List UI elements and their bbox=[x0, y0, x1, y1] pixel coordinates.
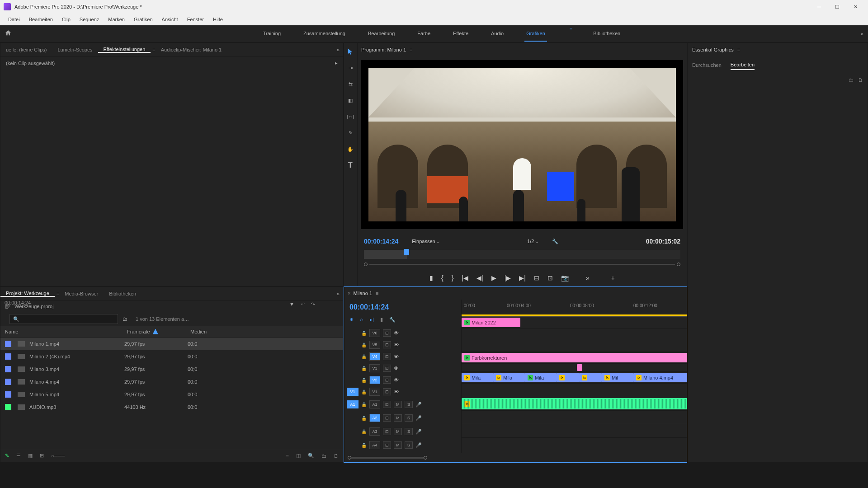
program-timecode-left[interactable]: 00:00:14:24 bbox=[364, 238, 398, 245]
eg-menu-icon[interactable]: ≡ bbox=[737, 47, 740, 52]
eg-new-layer-icon[interactable]: 🗋 bbox=[858, 77, 863, 83]
lock-icon[interactable]: 🔒 bbox=[361, 443, 367, 448]
add-marker-icon[interactable]: ▮ bbox=[429, 274, 433, 282]
toggle-output-icon[interactable]: 👁 bbox=[394, 366, 399, 371]
tab-effect-controls[interactable]: Effekteinstellungen bbox=[98, 47, 151, 53]
timeline-sequence-name[interactable]: Milano 1 bbox=[353, 291, 372, 296]
eg-tab-edit[interactable]: Bearbeiten bbox=[731, 62, 755, 70]
go-to-out-icon[interactable]: ▶| bbox=[519, 274, 526, 282]
linked-selection-icon[interactable]: ∩ bbox=[360, 317, 363, 323]
track-target[interactable]: A2 bbox=[369, 414, 380, 422]
lane-v1[interactable]: fxMila fxMila fxMila fx fx fxMil fxMilan… bbox=[462, 372, 687, 384]
track-target[interactable]: A3 bbox=[369, 427, 380, 436]
new-item-icon[interactable]: 🗋 bbox=[334, 453, 339, 459]
clip-title[interactable]: fxMilan 2022 bbox=[462, 318, 520, 327]
razor-tool-icon[interactable]: ◧ bbox=[345, 95, 355, 105]
timeline-ruler[interactable]: :00:00 00:00:04:00 00:00:08:00 00:00:12:… bbox=[462, 300, 687, 317]
track-target[interactable]: V6 bbox=[369, 329, 380, 337]
lock-icon[interactable]: 🔒 bbox=[361, 366, 367, 371]
label-swatch[interactable] bbox=[5, 353, 11, 360]
voice-over-icon[interactable]: 🎤 bbox=[415, 402, 422, 408]
tab-project[interactable]: Projekt: Werkzeuge bbox=[0, 291, 55, 297]
tab-source[interactable]: uelle: (keine Clips) bbox=[0, 47, 52, 52]
maximize-button[interactable]: ☐ bbox=[828, 0, 846, 14]
label-swatch[interactable] bbox=[5, 379, 11, 385]
file-row[interactable]: Milano 5.mp4 29,97 fps 00:0 bbox=[0, 388, 343, 401]
step-forward-icon[interactable]: |▶ bbox=[505, 274, 511, 282]
timeline-zoom-bar[interactable] bbox=[344, 453, 687, 462]
workspace-menu-icon[interactable]: ≡ bbox=[570, 26, 572, 42]
mark-out-icon[interactable]: } bbox=[452, 274, 454, 282]
step-back-icon[interactable]: ↶ bbox=[301, 301, 305, 307]
col-name[interactable]: Name bbox=[5, 329, 127, 334]
step-back-icon[interactable]: ◀| bbox=[476, 274, 483, 282]
file-row[interactable]: Milano 2 (4K).mp4 29,97 fps 00:0 bbox=[0, 350, 343, 363]
lock-icon[interactable]: 🔒 bbox=[361, 416, 367, 421]
quality-dropdown[interactable]: 1/2 ⌵ bbox=[527, 239, 538, 244]
freeform-view-icon[interactable]: ⊞ bbox=[40, 453, 44, 459]
col-media[interactable]: Medien bbox=[190, 329, 339, 334]
toggle-output-icon[interactable]: 👁 bbox=[394, 354, 399, 359]
label-swatch[interactable] bbox=[5, 391, 11, 398]
eg-folder-icon[interactable]: 🗀 bbox=[849, 77, 854, 83]
lane-a4[interactable] bbox=[462, 424, 687, 438]
voice-over-icon[interactable]: 🎤 bbox=[415, 442, 422, 448]
menu-hilfe[interactable]: Hilfe bbox=[208, 17, 227, 22]
lane-v5[interactable] bbox=[462, 328, 687, 340]
menu-fenster[interactable]: Fenster bbox=[183, 17, 208, 22]
automate-icon[interactable]: ◫ bbox=[296, 453, 301, 459]
clip-v2[interactable] bbox=[577, 364, 582, 371]
toggle-output-icon[interactable]: 👁 bbox=[394, 342, 399, 347]
button-editor-add-icon[interactable]: + bbox=[611, 274, 615, 282]
workspace-overflow-icon[interactable]: » bbox=[861, 31, 863, 37]
label-swatch[interactable] bbox=[5, 341, 11, 347]
sort-icon[interactable]: ≡ bbox=[286, 453, 289, 459]
sync-lock-icon[interactable]: ⊡ bbox=[383, 376, 391, 384]
file-row[interactable]: Milano 4.mp4 29,97 fps 00:0 bbox=[0, 375, 343, 388]
workspace-effekte[interactable]: Effekte bbox=[451, 26, 470, 42]
write-mode-icon[interactable]: ✎ bbox=[5, 453, 9, 459]
program-zoom-bar[interactable] bbox=[364, 262, 680, 267]
lane-v4[interactable] bbox=[462, 340, 687, 352]
find-icon[interactable]: 🔍 bbox=[308, 453, 314, 459]
clip-v1-4[interactable]: fx bbox=[557, 373, 579, 382]
filter-icon[interactable]: 🗂 bbox=[123, 316, 127, 322]
lock-icon[interactable]: 🔒 bbox=[361, 402, 367, 407]
toggle-output-icon[interactable]: 👁 bbox=[394, 377, 399, 383]
snap-icon[interactable]: ⁕ bbox=[349, 317, 354, 323]
clip-v1-2[interactable]: fxMila bbox=[493, 373, 525, 382]
mute-button[interactable]: M bbox=[394, 441, 402, 449]
pen-tool-icon[interactable]: ✎ bbox=[345, 128, 355, 138]
timeline-timecode[interactable]: 00:00:14:24 bbox=[344, 300, 461, 315]
workspace-zusammenstellung[interactable]: Zusammenstellung bbox=[302, 26, 347, 42]
col-framerate[interactable]: Framerate bbox=[127, 329, 190, 334]
timeline-close-icon[interactable]: × bbox=[348, 291, 350, 296]
clip-adjustment[interactable]: fxFarbkorrekturen bbox=[462, 353, 687, 362]
eg-tab-browse[interactable]: Durchsuchen bbox=[692, 62, 722, 70]
workspace-farbe[interactable]: Farbe bbox=[415, 26, 432, 42]
project-overflow-icon[interactable]: » bbox=[333, 291, 343, 296]
workspace-bearbeitung[interactable]: Bearbeitung bbox=[366, 26, 396, 42]
close-button[interactable]: ✕ bbox=[846, 0, 864, 14]
zoom-slider-icon[interactable]: ○─── bbox=[51, 453, 65, 459]
extract-icon[interactable]: ⊡ bbox=[547, 274, 553, 282]
add-marker-tl-icon[interactable]: ▸| bbox=[370, 317, 374, 323]
solo-button[interactable]: S bbox=[405, 441, 413, 449]
settings-icon[interactable]: 🔧 bbox=[552, 239, 558, 244]
button-editor-overflow-icon[interactable]: » bbox=[586, 274, 590, 282]
lock-icon[interactable]: 🔒 bbox=[361, 331, 367, 336]
step-fwd-icon[interactable]: ↷ bbox=[311, 301, 315, 307]
sync-lock-icon[interactable]: ⊡ bbox=[383, 365, 391, 372]
menu-datei[interactable]: Datei bbox=[4, 17, 24, 22]
tab-lumetri-scopes[interactable]: Lumetri-Scopes bbox=[52, 47, 98, 52]
solo-button[interactable]: S bbox=[405, 414, 413, 422]
lock-icon[interactable]: 🔒 bbox=[361, 429, 367, 434]
slip-tool-icon[interactable]: |↔| bbox=[345, 112, 355, 122]
timeline-tracks-area[interactable]: :00:00 00:00:04:00 00:00:08:00 00:00:12:… bbox=[462, 300, 687, 453]
clip-v1-3[interactable]: fxMila bbox=[525, 373, 557, 382]
clip-v1-5[interactable]: fx bbox=[579, 373, 602, 382]
voice-over-icon[interactable]: 🎤 bbox=[415, 415, 422, 421]
program-menu-icon[interactable]: ≡ bbox=[410, 47, 412, 52]
voice-over-icon[interactable]: 🎤 bbox=[415, 429, 422, 435]
file-row[interactable]: Milano 1.mp4 29,97 fps 00:0 bbox=[0, 338, 343, 350]
